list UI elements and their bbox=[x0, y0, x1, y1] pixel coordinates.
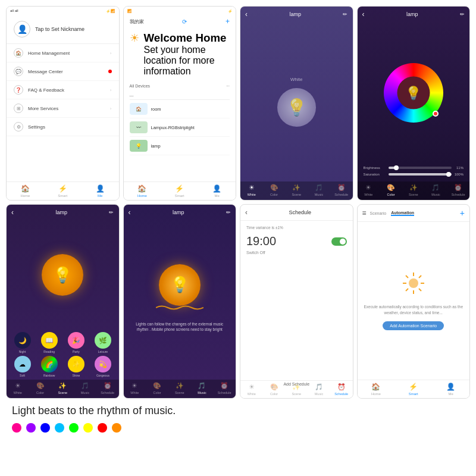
tab-scenario[interactable]: Scenario bbox=[370, 211, 387, 215]
lamp-nav-color[interactable]: 🎨 Color bbox=[263, 184, 286, 196]
edit-icon-4[interactable]: ✏ bbox=[460, 11, 465, 17]
profile-section[interactable]: 👤 Tap to Set Nickname bbox=[7, 15, 119, 44]
white-label-6: White bbox=[130, 391, 139, 394]
svg-line-5 bbox=[406, 275, 408, 278]
menu-item-settings[interactable]: ⚙ Settings bbox=[7, 118, 119, 136]
scene-reading[interactable]: 📖 Reading bbox=[37, 332, 61, 353]
lamp-nav-schedule[interactable]: ⏰ Schedule bbox=[330, 184, 353, 196]
nav-smart[interactable]: ⚡ Smart bbox=[44, 184, 82, 198]
device-lamp[interactable]: 💡 lamp bbox=[130, 137, 230, 155]
schedule-label-4: Schedule bbox=[452, 193, 465, 196]
reading-label: Reading bbox=[43, 350, 55, 353]
music-label-4: Music bbox=[431, 193, 440, 196]
lamp-nav7-music[interactable]: 🎵 Music bbox=[308, 383, 330, 396]
lamp-nav4-scene[interactable]: ✨ Scene bbox=[402, 184, 425, 196]
scene-shine[interactable]: ✨ Shine bbox=[64, 356, 88, 377]
nav2-home[interactable]: 🏠 Home bbox=[124, 184, 161, 198]
nav8-smart[interactable]: ⚡ Smart bbox=[394, 383, 432, 396]
arrow-icon: › bbox=[110, 51, 112, 56]
lamp-nav-music[interactable]: 🎵 Music bbox=[308, 184, 330, 196]
schedule-icon: ⏰ bbox=[337, 184, 346, 192]
color-wheel-container[interactable]: 💡 bbox=[358, 22, 470, 164]
music-wave-svg bbox=[156, 303, 203, 312]
lamp-nav6-white[interactable]: ☀ White bbox=[124, 382, 146, 394]
nav2-me[interactable]: 👤 Me bbox=[198, 184, 236, 198]
lamp-nav7-color[interactable]: 🎨 Color bbox=[263, 383, 286, 396]
music-icon-4: 🎵 bbox=[431, 184, 440, 192]
device-strip[interactable]: 〰 Lampux-RGBstriplight bbox=[130, 118, 230, 137]
edit-icon-6[interactable]: ✏ bbox=[226, 209, 231, 215]
smart-nav-icon: ⚡ bbox=[58, 184, 67, 193]
bulb-icon-5: 💡 bbox=[53, 266, 72, 284]
back-icon-5[interactable]: ‹ bbox=[11, 208, 14, 217]
menu-item-faq[interactable]: ❓ FAQ & Feedback › bbox=[7, 81, 119, 99]
back-icon-4[interactable]: ‹ bbox=[362, 10, 365, 18]
schedule-icon-4: ⏰ bbox=[454, 184, 462, 192]
lamp-nav5-schedule[interactable]: ⏰ Schedule bbox=[96, 382, 119, 394]
nav-bar-3: ‹ lamp ✏ bbox=[240, 7, 353, 22]
lamp-nav6-music[interactable]: 🎵 Music bbox=[191, 382, 214, 394]
add-icon[interactable]: + bbox=[226, 17, 230, 26]
lamp-nav6-color[interactable]: 🎨 Color bbox=[146, 382, 168, 394]
lamp-nav5-scene[interactable]: ✨ Scene bbox=[51, 382, 74, 394]
nav2-smart[interactable]: ⚡ Smart bbox=[161, 184, 198, 198]
home-label: 我的家 bbox=[130, 18, 144, 25]
nav8-home[interactable]: 🏠 Home bbox=[358, 383, 395, 396]
scene-leisure[interactable]: 🌿 Leisure bbox=[90, 332, 115, 353]
menu-item-home-management[interactable]: 🏠 Home Management › bbox=[7, 44, 119, 62]
scene-rainbow[interactable]: 🌈 Rainbow bbox=[37, 356, 61, 377]
add-automation-button[interactable]: Add Automation Scenario bbox=[383, 321, 444, 330]
edit-icon-3[interactable]: ✏ bbox=[343, 11, 347, 17]
lamp-nav4-white[interactable]: ☀ White bbox=[358, 184, 380, 196]
arrow-icon-faq: › bbox=[110, 87, 112, 93]
party-label: Party bbox=[73, 350, 80, 353]
saturation-track[interactable] bbox=[389, 173, 452, 176]
lamp-nav7-white[interactable]: ☀ White bbox=[240, 383, 263, 396]
nav8-me[interactable]: 👤 Me bbox=[432, 383, 469, 396]
back-icon-3[interactable]: ‹ bbox=[245, 10, 248, 18]
lamp-nav-scene[interactable]: ✨ Scene bbox=[285, 184, 308, 196]
music-icon: 🎵 bbox=[315, 184, 323, 192]
lamp-nav6-scene[interactable]: ✨ Scene bbox=[168, 382, 191, 394]
lamp-nav4-color[interactable]: 🎨 Color bbox=[380, 184, 402, 196]
lamp-nav5-white[interactable]: ☀ White bbox=[7, 382, 29, 394]
lamp-nav-4: ☀ White 🎨 Color ✨ Scene 🎵 Music ⏰ Sc bbox=[358, 181, 470, 200]
back-icon-7[interactable]: ‹ bbox=[245, 208, 248, 217]
lamp-nav-white[interactable]: ☀ White bbox=[240, 184, 263, 196]
me-nav2-icon: 👤 bbox=[212, 184, 221, 193]
nav8-home-label: Home bbox=[371, 392, 381, 396]
dot-orange bbox=[112, 423, 121, 433]
nav-bar-4: ‹ lamp ✏ bbox=[358, 7, 470, 22]
scene-label-7: Scene bbox=[292, 392, 301, 396]
lamp-nav5-music[interactable]: 🎵 Music bbox=[74, 382, 96, 394]
scene-soft[interactable]: ☁ Soft bbox=[10, 356, 35, 377]
scene-party[interactable]: 🎉 Party bbox=[64, 332, 88, 353]
scene-gorgeous[interactable]: 💫 Gorgeous bbox=[90, 356, 115, 377]
schedule-label-6: Schedule bbox=[218, 391, 231, 394]
automation-body: Execute automatically according to condi… bbox=[358, 222, 470, 380]
lamp-nav4-schedule[interactable]: ⏰ Schedule bbox=[447, 184, 469, 196]
lamp-nav7-schedule[interactable]: ⏰ Schedule bbox=[330, 383, 353, 396]
devices-section: All Devices ··· — 🏠 room 〰 Lampux-RGBstr… bbox=[124, 80, 236, 159]
color-wheel[interactable]: 💡 bbox=[384, 63, 443, 123]
menu-item-message[interactable]: 💬 Message Center bbox=[7, 62, 119, 81]
nav-home[interactable]: 🏠 Home bbox=[7, 184, 44, 198]
lamp-nav4-music[interactable]: 🎵 Music bbox=[425, 184, 447, 196]
sliders-section: Brightness 11% Saturation 100% bbox=[358, 164, 470, 181]
add-schedule-button[interactable]: Add Schedule bbox=[283, 382, 309, 386]
scene-label-5: Scene bbox=[58, 391, 67, 394]
nav-me-label: Me bbox=[98, 194, 102, 198]
brightness-track[interactable] bbox=[389, 167, 452, 169]
tab-automation[interactable]: Automation bbox=[391, 211, 414, 216]
schedule-toggle[interactable] bbox=[331, 237, 347, 246]
lamp-nav5-color[interactable]: 🎨 Color bbox=[29, 382, 52, 394]
back-icon-6[interactable]: ‹ bbox=[129, 208, 131, 217]
lamp-nav6-schedule[interactable]: ⏰ Schedule bbox=[213, 382, 236, 394]
edit-icon-5[interactable]: ✏ bbox=[109, 209, 114, 215]
device-room[interactable]: 🏠 room bbox=[130, 100, 230, 118]
menu-item-services[interactable]: ⊞ More Services › bbox=[7, 99, 119, 118]
scene-night[interactable]: 🌙 Night bbox=[10, 332, 35, 353]
sync-icon[interactable]: ⟳ bbox=[182, 18, 187, 25]
nav-me[interactable]: 👤 Me bbox=[82, 184, 119, 198]
add-automation-icon[interactable]: + bbox=[460, 208, 465, 218]
